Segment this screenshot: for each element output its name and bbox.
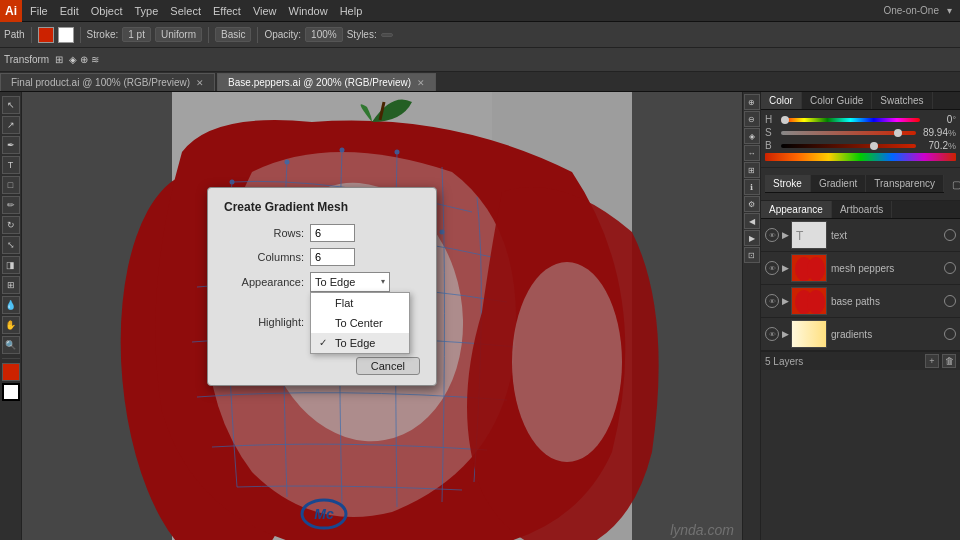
hue-unit: ° <box>952 115 956 125</box>
tab-base-peppers[interactable]: Base.peppers.ai @ 200% (RGB/Preview) ✕ <box>217 73 436 91</box>
layer-lock-base[interactable] <box>944 295 956 307</box>
menu-window[interactable]: Window <box>289 5 328 17</box>
basic-select[interactable]: Basic <box>215 27 251 42</box>
mini-btn-9[interactable]: ▶ <box>744 230 760 246</box>
gradient-tool[interactable]: ◨ <box>2 256 20 274</box>
scale-tool[interactable]: ⤡ <box>2 236 20 254</box>
swatches-tab[interactable]: Swatches <box>872 92 932 109</box>
layer-vis-text[interactable]: 👁 <box>765 228 779 242</box>
layer-lock-mesh[interactable] <box>944 262 956 274</box>
workspace-label: One-on-One <box>883 5 939 16</box>
transform-label: Transform <box>4 54 49 65</box>
appearance-dropdown-trigger[interactable]: To Edge ▾ <box>310 272 390 292</box>
stroke-color-swatch[interactable] <box>58 27 74 43</box>
styles-select[interactable] <box>381 33 393 37</box>
rect-tool[interactable]: □ <box>2 176 20 194</box>
layer-vis-mesh[interactable]: 👁 <box>765 261 779 275</box>
columns-input[interactable] <box>310 248 355 266</box>
artboards-tab[interactable]: Artboards <box>832 201 892 218</box>
select-tool[interactable]: ↖ <box>2 96 20 114</box>
transparency-tab[interactable]: Transparency <box>866 175 944 192</box>
layer-arrow-grad: ▶ <box>782 329 789 339</box>
mini-btn-1[interactable]: ⊕ <box>744 94 760 110</box>
appearance-dropdown-menu[interactable]: Flat To Center ✓ To Edge <box>310 292 410 354</box>
layer-vis-base[interactable]: 👁 <box>765 294 779 308</box>
tab-final-product[interactable]: Final product.ai @ 100% (RGB/Preview) ✕ <box>0 73 215 91</box>
layer-thumb-grad <box>791 320 827 348</box>
menu-effect[interactable]: Effect <box>213 5 241 17</box>
appearance-layers-tab[interactable]: Appearance <box>761 201 832 218</box>
menu-object[interactable]: Object <box>91 5 123 17</box>
mini-btn-7[interactable]: ⚙ <box>744 196 760 212</box>
layers-panel: Appearance Artboards 👁 ▶ T text 👁 ▶ <box>761 201 960 540</box>
mini-btn-2[interactable]: ⊖ <box>744 111 760 127</box>
dropdown-item-flat[interactable]: Flat <box>311 293 409 313</box>
sat-slider[interactable] <box>781 131 916 135</box>
mini-btn-6[interactable]: ℹ <box>744 179 760 195</box>
fill-swatch[interactable] <box>2 363 20 381</box>
layer-vis-grad[interactable]: 👁 <box>765 327 779 341</box>
layer-lock-text[interactable] <box>944 229 956 241</box>
dropdown-item-to-center[interactable]: To Center <box>311 313 409 333</box>
flat-check <box>319 297 331 308</box>
hand-tool[interactable]: ✋ <box>2 316 20 334</box>
uniform-select[interactable]: Uniform <box>155 27 202 42</box>
menu-select[interactable]: Select <box>170 5 201 17</box>
brightness-slider[interactable] <box>781 144 916 148</box>
mini-btn-3[interactable]: ◈ <box>744 128 760 144</box>
mini-btn-4[interactable]: ↔ <box>744 145 760 161</box>
dialog-buttons: Cancel <box>224 357 420 375</box>
brightness-value: 70.2 <box>920 140 948 151</box>
hue-label: H <box>765 114 777 125</box>
tab-close-base[interactable]: ✕ <box>417 78 425 88</box>
hue-slider[interactable] <box>781 118 920 122</box>
gradient-tab[interactable]: Gradient <box>811 175 866 192</box>
stroke-swatch[interactable] <box>2 383 20 401</box>
color-tab[interactable]: Color <box>761 92 802 109</box>
layer-name-mesh: mesh peppers <box>831 263 944 274</box>
pt-input[interactable]: 1 pt <box>122 27 151 42</box>
layer-base-paths[interactable]: 👁 ▶ base paths <box>761 285 960 318</box>
mini-btn-5[interactable]: ⊞ <box>744 162 760 178</box>
tab-close-final[interactable]: ✕ <box>196 78 204 88</box>
layer-arrow-base: ▶ <box>782 296 789 306</box>
dropdown-item-to-edge[interactable]: ✓ To Edge <box>311 333 409 353</box>
layer-lock-grad[interactable] <box>944 328 956 340</box>
zoom-tool[interactable]: 🔍 <box>2 336 20 354</box>
opacity-input[interactable]: 100% <box>305 27 343 42</box>
menu-view[interactable]: View <box>253 5 277 17</box>
layer-name-base: base paths <box>831 296 944 307</box>
mesh-tool[interactable]: ⊞ <box>2 276 20 294</box>
delete-layer-button[interactable]: 🗑 <box>942 354 956 368</box>
mini-btn-10[interactable]: ⊡ <box>744 247 760 263</box>
layer-text[interactable]: 👁 ▶ T text <box>761 219 960 252</box>
brush-tool[interactable]: ✏ <box>2 196 20 214</box>
menu-file[interactable]: File <box>30 5 48 17</box>
hue-row: H 0 ° <box>765 114 956 125</box>
type-tool[interactable]: T <box>2 156 20 174</box>
workspace-dropdown-icon[interactable]: ▾ <box>947 5 952 16</box>
menu-edit[interactable]: Edit <box>60 5 79 17</box>
menu-help[interactable]: Help <box>340 5 363 17</box>
color-guide-tab[interactable]: Color Guide <box>802 92 872 109</box>
layer-gradients[interactable]: 👁 ▶ gradients <box>761 318 960 351</box>
color-spectrum[interactable] <box>765 153 956 161</box>
right-panel: Color Color Guide Swatches H 0 ° S 89.94… <box>760 92 960 540</box>
cancel-button[interactable]: Cancel <box>356 357 420 375</box>
rows-input[interactable] <box>310 224 355 242</box>
layer-name-text: text <box>831 230 944 241</box>
mini-btn-8[interactable]: ◀ <box>744 213 760 229</box>
rotate-tool[interactable]: ↻ <box>2 216 20 234</box>
fill-color-swatch[interactable] <box>38 27 54 43</box>
brightness-row: B 70.2 % <box>765 140 956 151</box>
appearance-row: Appearance: To Edge ▾ Flat To Ce <box>224 272 420 292</box>
layer-mesh-peppers[interactable]: 👁 ▶ mesh peppers <box>761 252 960 285</box>
eyedropper-tool[interactable]: 💧 <box>2 296 20 314</box>
add-layer-button[interactable]: + <box>925 354 939 368</box>
dropdown-arrow-icon: ▾ <box>381 277 385 286</box>
pen-tool[interactable]: ✒ <box>2 136 20 154</box>
menu-type[interactable]: Type <box>135 5 159 17</box>
stroke-tab[interactable]: Stroke <box>765 175 811 192</box>
direct-select-tool[interactable]: ↗ <box>2 116 20 134</box>
align-icon[interactable]: ⊞ <box>55 54 63 65</box>
